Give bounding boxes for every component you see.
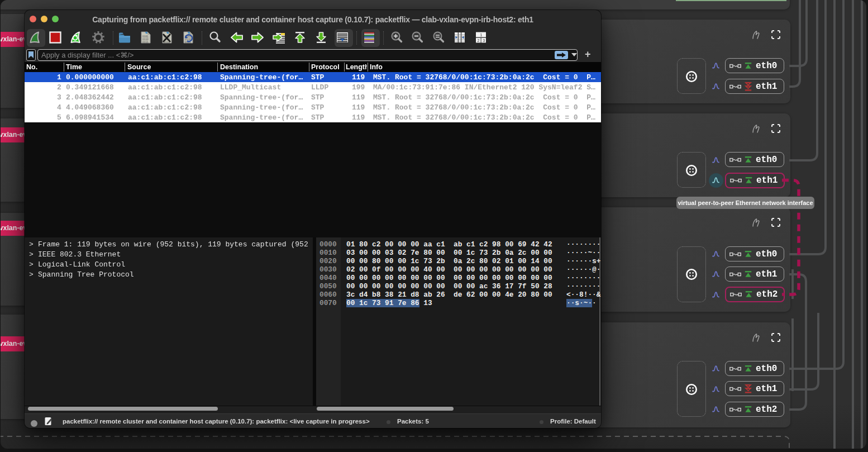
svg-text:0111: 0111: [142, 41, 149, 44]
svg-text:2: 2: [478, 39, 480, 42]
svg-text:3: 3: [483, 39, 485, 42]
svg-text:1: 1: [480, 33, 483, 37]
